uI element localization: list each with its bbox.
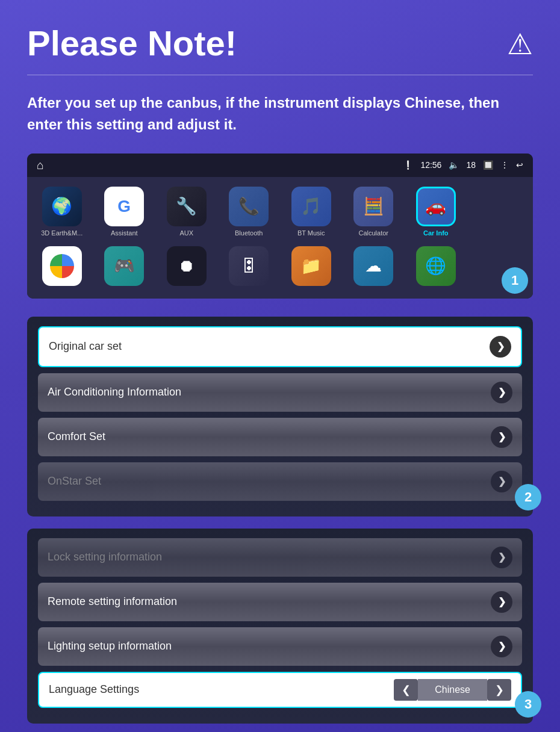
battery-icon: 🔲 <box>483 160 493 170</box>
language-settings-row: Language Settings ❮ Chinese ❯ <box>38 672 522 708</box>
app-item-aux[interactable]: 🔧 AUX <box>155 182 218 241</box>
step-badge-3: 3 <box>515 691 541 718</box>
menu-item-ac[interactable]: Air Conditioning Information ❯ <box>38 373 522 412</box>
app-item-bluetooth[interactable]: 📞 Bluetooth <box>218 182 281 241</box>
menu-label-ac: Air Conditioning Information <box>48 386 181 399</box>
arrow-onstar[interactable]: ❯ <box>491 471 512 492</box>
screenshot3-wrapper: Lock setting information ❯ Remote settin… <box>27 529 533 724</box>
app-item-assistant[interactable]: G Assistant <box>93 182 156 241</box>
arrow-comfort[interactable]: ❯ <box>491 426 512 448</box>
app-label-bluetooth: Bluetooth <box>235 229 263 237</box>
app-label-calculator: Calculator <box>358 229 388 237</box>
files-icon: 📁 <box>291 246 331 286</box>
app-grid-screenshot: ⌂ ❕ 12:56 🔈 18 🔲 ⋮ ↩ 🌍 3D Earth&M... G <box>27 154 533 299</box>
notification-icon: ❕ <box>403 160 413 170</box>
step-badge-2: 2 <box>515 484 541 510</box>
menu-label-comfort: Comfort Set <box>48 430 105 443</box>
aux-icon: 🔧 <box>167 187 207 226</box>
bluetooth-icon: 📞 <box>229 187 269 226</box>
arrow-remote[interactable]: ❯ <box>491 591 512 613</box>
header-section: Please Note! ⚠ <box>27 24 533 63</box>
screenshot1-wrapper: ⌂ ❕ 12:56 🔈 18 🔲 ⋮ ↩ 🌍 3D Earth&M... G <box>27 154 533 299</box>
assistant-icon: G <box>104 187 144 226</box>
app-label-carinfo: Car Info <box>423 229 449 237</box>
warning-icon: ⚠ <box>507 27 533 61</box>
menu-label-onstar: OnStar Set <box>48 475 101 488</box>
menu-label-lighting: Lighting setup information <box>48 640 172 653</box>
language-current-value: Chinese <box>418 679 487 701</box>
app-item-earth[interactable]: 🌍 3D Earth&M... <box>31 182 93 241</box>
app-item-calculator[interactable]: 🧮 Calculator <box>343 182 405 241</box>
app-item-circle[interactable]: 🌐 <box>405 241 467 294</box>
step-badge-1: 1 <box>502 267 528 294</box>
steering-icon: 🎮 <box>104 246 144 286</box>
btmusic-icon: 🎵 <box>291 187 331 226</box>
app-item-chrome[interactable] <box>31 241 93 294</box>
arrow-lock[interactable]: ❯ <box>491 547 512 568</box>
screenshot2-wrapper: Original car set ❯ Air Conditioning Info… <box>27 317 533 516</box>
radio-icon: ⏺ <box>167 246 207 286</box>
circle-icon: 🌐 <box>416 246 456 286</box>
description-text: After you set up the canbus, if the inst… <box>27 92 533 135</box>
calculator-icon: 🧮 <box>353 187 393 226</box>
time-display: 12:56 <box>420 160 441 170</box>
status-bar-left: ⌂ <box>37 158 44 172</box>
app-item-empty <box>467 182 530 241</box>
app-label-assistant: Assistant <box>111 229 138 237</box>
arrow-ac[interactable]: ❯ <box>491 382 512 403</box>
app-label-earth: 3D Earth&M... <box>41 229 82 237</box>
menu-item-lighting[interactable]: Lighting setup information ❯ <box>38 627 522 666</box>
app-label-btmusic: BT Music <box>297 229 325 237</box>
back-icon[interactable]: ↩ <box>516 160 523 170</box>
menu-label-lock: Lock setting information <box>48 551 162 563</box>
status-bar-right: ❕ 12:56 🔈 18 🔲 ⋮ ↩ <box>403 160 523 170</box>
menu-item-lock[interactable]: Lock setting information ❯ <box>38 538 522 577</box>
menu-item-remote[interactable]: Remote setting information ❯ <box>38 583 522 621</box>
app-item-cloud[interactable]: ☁ <box>343 241 405 294</box>
app-item-eq[interactable]: 🎛 <box>218 241 281 294</box>
language-controls: ❮ Chinese ❯ <box>394 679 511 701</box>
eq-icon: 🎛 <box>229 246 269 286</box>
volume-level: 18 <box>466 160 476 170</box>
menu-item-comfort[interactable]: Comfort Set ❯ <box>38 418 522 456</box>
app-item-files[interactable]: 📁 <box>280 241 343 294</box>
status-bar: ⌂ ❕ 12:56 🔈 18 🔲 ⋮ ↩ <box>27 154 533 177</box>
app-item-btmusic[interactable]: 🎵 BT Music <box>280 182 343 241</box>
menu-item-onstar[interactable]: OnStar Set ❯ <box>38 462 522 501</box>
app-item-carinfo[interactable]: 🚗 Car Info <box>405 182 467 241</box>
language-next-button[interactable]: ❯ <box>487 679 511 701</box>
language-prev-button[interactable]: ❮ <box>394 679 418 701</box>
chrome-icon <box>42 246 82 286</box>
arrow-original[interactable]: ❯ <box>490 336 511 358</box>
menu-label-original: Original car set <box>49 340 122 353</box>
volume-icon: 🔈 <box>449 160 459 170</box>
divider <box>27 75 533 75</box>
menu-dots[interactable]: ⋮ <box>500 160 509 170</box>
language-label: Language Settings <box>49 683 139 696</box>
arrow-lighting[interactable]: ❯ <box>491 636 512 657</box>
cloud-icon: ☁ <box>353 246 393 286</box>
app-grid: 🌍 3D Earth&M... G Assistant 🔧 AUX 📞 Blue… <box>27 177 533 299</box>
app-label-aux: AUX <box>179 229 193 237</box>
page-title: Please Note! <box>27 24 237 63</box>
more-settings-menu: Lock setting information ❯ Remote settin… <box>27 529 533 724</box>
car-settings-menu: Original car set ❯ Air Conditioning Info… <box>27 317 533 516</box>
carinfo-icon: 🚗 <box>416 187 456 226</box>
home-icon[interactable]: ⌂ <box>37 158 44 172</box>
menu-label-remote: Remote setting information <box>48 595 177 608</box>
app-item-radio[interactable]: ⏺ <box>155 241 218 294</box>
app-item-steering[interactable]: 🎮 <box>93 241 156 294</box>
menu-item-original-car-set[interactable]: Original car set ❯ <box>38 326 522 367</box>
earth-icon: 🌍 <box>42 187 82 226</box>
